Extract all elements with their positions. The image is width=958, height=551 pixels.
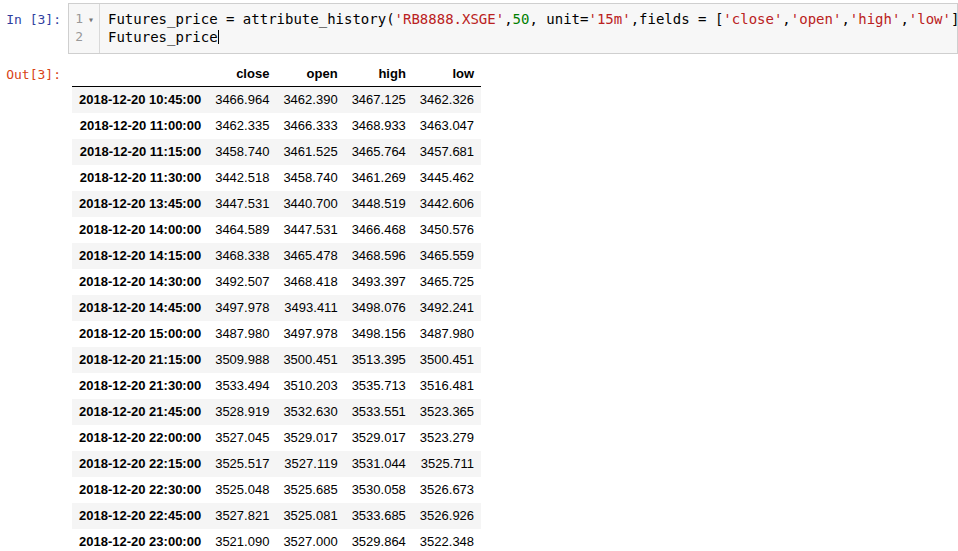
code-editor[interactable]: 1▾2 Futures_price = attribute_history('R… — [68, 3, 958, 54]
table-row: 2018-12-20 14:00:003464.5893447.5313466.… — [72, 217, 481, 243]
code-token-plain: Futures_price — [108, 29, 218, 45]
row-index-cell: 2018-12-20 14:45:00 — [72, 295, 208, 321]
row-index-cell: 2018-12-20 15:00:00 — [72, 321, 208, 347]
code-token-plain: , — [504, 11, 512, 27]
row-index-cell: 2018-12-20 21:15:00 — [72, 347, 208, 373]
table-row: 2018-12-20 14:30:003492.5073468.4183493.… — [72, 269, 481, 295]
code-token-string: 'high' — [850, 11, 901, 27]
value-cell: 3468.596 — [345, 243, 413, 269]
table-row: 2018-12-20 14:45:003497.9783493.4113498.… — [72, 295, 481, 321]
value-cell: 3500.451 — [413, 347, 481, 373]
value-cell: 3468.933 — [345, 113, 413, 139]
value-cell: 3466.333 — [276, 113, 344, 139]
value-cell: 3497.978 — [208, 295, 276, 321]
value-cell: 3440.700 — [276, 191, 344, 217]
value-cell: 3492.507 — [208, 269, 276, 295]
value-cell: 3465.478 — [276, 243, 344, 269]
line-number-gutter: 1▾2 — [69, 4, 100, 53]
table-row: 2018-12-20 13:45:003447.5313440.7003448.… — [72, 191, 481, 217]
row-index-cell: 2018-12-20 11:15:00 — [72, 139, 208, 165]
code-token-number: 50 — [513, 11, 530, 27]
value-cell: 3528.919 — [208, 399, 276, 425]
column-header: low — [413, 62, 481, 87]
code-token-plain: Futures_price = attribute_history( — [108, 11, 395, 27]
text-cursor — [218, 30, 219, 44]
value-cell: 3487.980 — [413, 321, 481, 347]
value-cell: 3510.203 — [276, 373, 344, 399]
value-cell: 3465.764 — [345, 139, 413, 165]
value-cell: 3532.630 — [276, 399, 344, 425]
value-cell: 3530.058 — [345, 477, 413, 503]
value-cell: 3463.047 — [413, 113, 481, 139]
output-cell: Out[3]: closeopenhighlow 2018-12-20 10:4… — [0, 62, 958, 551]
value-cell: 3533.551 — [345, 399, 413, 425]
row-index-cell: 2018-12-20 14:30:00 — [72, 269, 208, 295]
code-area[interactable]: Futures_price = attribute_history('RB888… — [100, 4, 957, 53]
value-cell: 3525.685 — [276, 477, 344, 503]
value-cell: 3527.000 — [276, 529, 344, 551]
value-cell: 3500.451 — [276, 347, 344, 373]
row-index-cell: 2018-12-20 22:30:00 — [72, 477, 208, 503]
fold-arrow-icon[interactable]: ▾ — [88, 14, 94, 25]
table-row: 2018-12-20 11:00:003462.3353466.3333468.… — [72, 113, 481, 139]
value-cell: 3529.017 — [345, 425, 413, 451]
row-index-cell: 2018-12-20 21:45:00 — [72, 399, 208, 425]
code-token-plain: ]) — [951, 11, 957, 27]
value-cell: 3466.468 — [345, 217, 413, 243]
value-cell: 3527.119 — [276, 451, 344, 477]
row-index-cell: 2018-12-20 22:00:00 — [72, 425, 208, 451]
code-token-plain: ,fields = [ — [631, 11, 724, 27]
value-cell: 3521.090 — [208, 529, 276, 551]
table-row: 2018-12-20 21:30:003533.4943510.2033535.… — [72, 373, 481, 399]
value-cell: 3527.821 — [208, 503, 276, 529]
table-row: 2018-12-20 14:15:003468.3383465.4783468.… — [72, 243, 481, 269]
value-cell: 3468.338 — [208, 243, 276, 269]
value-cell: 3509.988 — [208, 347, 276, 373]
row-index-cell: 2018-12-20 14:00:00 — [72, 217, 208, 243]
gutter-line: 1▾ — [69, 10, 99, 28]
value-cell: 3457.681 — [413, 139, 481, 165]
value-cell: 3465.559 — [413, 243, 481, 269]
value-cell: 3525.048 — [208, 477, 276, 503]
table-row: 2018-12-20 22:30:003525.0483525.6853530.… — [72, 477, 481, 503]
row-index-cell: 2018-12-20 11:30:00 — [72, 165, 208, 191]
value-cell: 3498.076 — [345, 295, 413, 321]
value-cell: 3522.348 — [413, 529, 481, 551]
code-line[interactable]: Futures_price — [108, 28, 957, 46]
value-cell: 3513.395 — [345, 347, 413, 373]
value-cell: 3493.411 — [276, 295, 344, 321]
code-line[interactable]: Futures_price = attribute_history('RB888… — [108, 10, 957, 28]
table-row: 2018-12-20 22:00:003527.0453529.0173529.… — [72, 425, 481, 451]
value-cell: 3462.335 — [208, 113, 276, 139]
value-cell: 3531.044 — [345, 451, 413, 477]
value-cell: 3526.673 — [413, 477, 481, 503]
code-token-string: 'open' — [791, 11, 842, 27]
value-cell: 3442.606 — [413, 191, 481, 217]
code-token-plain: , — [841, 11, 849, 27]
row-index-cell: 2018-12-20 22:45:00 — [72, 503, 208, 529]
value-cell: 3497.978 — [276, 321, 344, 347]
row-index-cell: 2018-12-20 21:30:00 — [72, 373, 208, 399]
column-header: high — [345, 62, 413, 87]
value-cell: 3465.725 — [413, 269, 481, 295]
value-cell: 3442.518 — [208, 165, 276, 191]
header-row: closeopenhighlow — [72, 62, 481, 87]
value-cell: 3529.017 — [276, 425, 344, 451]
input-prompt: In [3]: — [0, 0, 68, 27]
code-token-plain: , — [900, 11, 908, 27]
value-cell: 3461.269 — [345, 165, 413, 191]
value-cell: 3447.531 — [208, 191, 276, 217]
value-cell: 3498.156 — [345, 321, 413, 347]
dataframe-table: closeopenhighlow 2018-12-20 10:45:003466… — [72, 62, 481, 551]
value-cell: 3466.964 — [208, 87, 276, 114]
value-cell: 3523.365 — [413, 399, 481, 425]
value-cell: 3468.418 — [276, 269, 344, 295]
table-row: 2018-12-20 22:45:003527.8213525.0813533.… — [72, 503, 481, 529]
table-row: 2018-12-20 23:00:003521.0903527.0003529.… — [72, 529, 481, 551]
code-token-plain: , — [782, 11, 790, 27]
column-header: open — [276, 62, 344, 87]
index-header-cell — [72, 62, 208, 87]
value-cell: 3461.525 — [276, 139, 344, 165]
value-cell: 3516.481 — [413, 373, 481, 399]
value-cell: 3462.326 — [413, 87, 481, 114]
